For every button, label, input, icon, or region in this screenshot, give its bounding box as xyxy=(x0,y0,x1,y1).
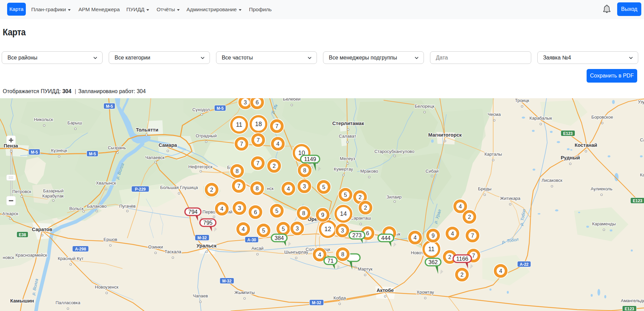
svg-text:9: 9 xyxy=(431,232,434,239)
svg-text:5: 5 xyxy=(275,208,278,214)
svg-text:Новоузенск: Новоузенск xyxy=(95,284,119,290)
svg-text:Озинки: Озинки xyxy=(148,244,163,249)
svg-text:Сибай: Сибай xyxy=(426,169,439,174)
svg-text:3: 3 xyxy=(341,227,344,234)
svg-text:5: 5 xyxy=(322,184,325,190)
svg-text:8: 8 xyxy=(341,251,344,257)
svg-text:Бреды: Бреды xyxy=(478,186,491,191)
svg-text:2: 2 xyxy=(210,187,213,193)
svg-text:Вольск: Вольск xyxy=(69,206,84,211)
svg-text:Е123: Е123 xyxy=(625,307,634,311)
svg-text:3: 3 xyxy=(244,99,247,105)
svg-text:Нефтегорск: Нефтегорск xyxy=(188,164,212,169)
svg-text:Стерлитамак: Стерлитамак xyxy=(332,121,364,126)
svg-text:Амангельды: Амангельды xyxy=(621,298,644,303)
svg-text:Белорецк: Белорецк xyxy=(415,104,434,109)
svg-text:Хвалынск: Хвалынск xyxy=(96,180,116,186)
svg-text:Кумертау: Кумертау xyxy=(334,167,353,172)
svg-text:М-5: М-5 xyxy=(217,106,224,111)
svg-text:Чесма: Чесма xyxy=(488,112,501,117)
svg-text:18: 18 xyxy=(255,121,262,127)
svg-text:Узунк: Узунк xyxy=(638,99,644,104)
svg-text:7: 7 xyxy=(237,183,240,189)
svg-text:М-5: М-5 xyxy=(89,152,96,156)
svg-text:7: 7 xyxy=(472,253,475,259)
svg-text:Сызрань: Сызрань xyxy=(108,145,126,150)
svg-text:Петровск: Петровск xyxy=(12,189,31,194)
svg-text:7: 7 xyxy=(256,160,259,166)
svg-text:273: 273 xyxy=(352,232,362,238)
svg-text:Хромтау: Хромтау xyxy=(416,290,434,295)
svg-text:8: 8 xyxy=(302,210,305,216)
svg-text:362: 362 xyxy=(428,259,438,265)
svg-text:4: 4 xyxy=(220,206,223,212)
svg-text:Балаково: Балаково xyxy=(87,204,107,209)
svg-text:Е123: Е123 xyxy=(633,198,642,203)
svg-text:Красноармейск: Красноармейск xyxy=(15,253,47,258)
svg-text:384: 384 xyxy=(274,235,284,241)
svg-text:1166: 1166 xyxy=(456,256,468,262)
svg-text:1149: 1149 xyxy=(304,156,316,162)
svg-text:Житикара: Житикара xyxy=(500,196,521,201)
svg-text:2: 2 xyxy=(460,272,463,278)
svg-text:2: 2 xyxy=(358,194,361,200)
svg-text:Карабалык: Карабалык xyxy=(530,116,552,121)
svg-text:Аксай: Аксай xyxy=(251,246,264,251)
svg-text:71: 71 xyxy=(327,258,334,264)
svg-text:Палласовка: Палласовка xyxy=(56,300,81,305)
svg-text:6: 6 xyxy=(366,230,369,236)
svg-text:Саратов: Саратов xyxy=(32,227,52,232)
svg-text:2: 2 xyxy=(364,205,367,211)
svg-text:3: 3 xyxy=(296,225,299,231)
svg-text:444: 444 xyxy=(381,235,391,241)
svg-text:Кобда: Кобда xyxy=(334,295,346,300)
svg-text:11: 11 xyxy=(236,121,243,128)
svg-text:7: 7 xyxy=(275,123,278,129)
svg-text:Большая Глушица: Большая Глушица xyxy=(160,185,198,190)
svg-text:М-5: М-5 xyxy=(31,150,38,155)
svg-text:Пенза: Пенза xyxy=(4,143,18,149)
svg-text:795: 795 xyxy=(203,220,213,226)
svg-text:Барыш: Барыш xyxy=(68,120,82,125)
svg-text:8: 8 xyxy=(235,168,238,174)
svg-text:Шынгырлау: Шынгырлау xyxy=(284,249,308,255)
svg-text:Тольятти: Тольятти xyxy=(136,127,158,133)
svg-text:Саракташ: Саракташ xyxy=(351,215,371,221)
svg-text:Магнитогорск: Магнитогорск xyxy=(428,132,462,138)
svg-text:4: 4 xyxy=(287,186,290,192)
svg-text:Кузнецк: Кузнецк xyxy=(51,148,67,153)
svg-text:Камышин: Камышин xyxy=(10,298,34,304)
svg-text:Уральск: Уральск xyxy=(197,243,217,248)
svg-text:Лисаковск: Лисаковск xyxy=(541,178,562,183)
svg-text:4: 4 xyxy=(318,252,321,258)
svg-text:2: 2 xyxy=(468,214,471,220)
svg-text:Пугачёв: Пугачёв xyxy=(119,204,136,209)
svg-text:Жымпиты: Жымпиты xyxy=(234,290,255,295)
svg-text:М-32: М-32 xyxy=(222,279,232,283)
svg-text:М-5: М-5 xyxy=(106,104,113,109)
svg-text:2: 2 xyxy=(448,254,451,260)
svg-text:4: 4 xyxy=(276,141,279,147)
svg-text:8: 8 xyxy=(303,167,306,173)
svg-text:Никольск: Никольск xyxy=(34,117,53,122)
svg-text:Р-229: Р-229 xyxy=(135,187,146,192)
svg-text:14: 14 xyxy=(340,210,347,217)
svg-text:А-22: А-22 xyxy=(520,262,529,267)
svg-text:Са: Са xyxy=(640,137,644,142)
svg-text:А-30: А-30 xyxy=(247,238,256,242)
svg-text:новск: новск xyxy=(3,255,14,260)
svg-text:Актобе: Актобе xyxy=(377,288,394,293)
svg-text:Чапаевск: Чапаевск xyxy=(145,155,165,160)
svg-text:Зилаир: Зилаир xyxy=(387,194,401,200)
svg-text:Костанай: Костанай xyxy=(575,142,597,148)
svg-text:Е123: Е123 xyxy=(563,131,573,136)
svg-text:9: 9 xyxy=(321,212,324,218)
svg-text:А-298: А-298 xyxy=(75,247,86,252)
svg-text:12: 12 xyxy=(324,226,331,232)
svg-text:11: 11 xyxy=(428,246,435,253)
svg-text:5: 5 xyxy=(282,226,285,232)
svg-text:5: 5 xyxy=(344,192,347,198)
svg-text:Троицк: Троицк xyxy=(515,98,529,103)
svg-text:Красный Кут: Красный Кут xyxy=(58,256,84,261)
svg-text:нск: нск xyxy=(267,186,274,191)
